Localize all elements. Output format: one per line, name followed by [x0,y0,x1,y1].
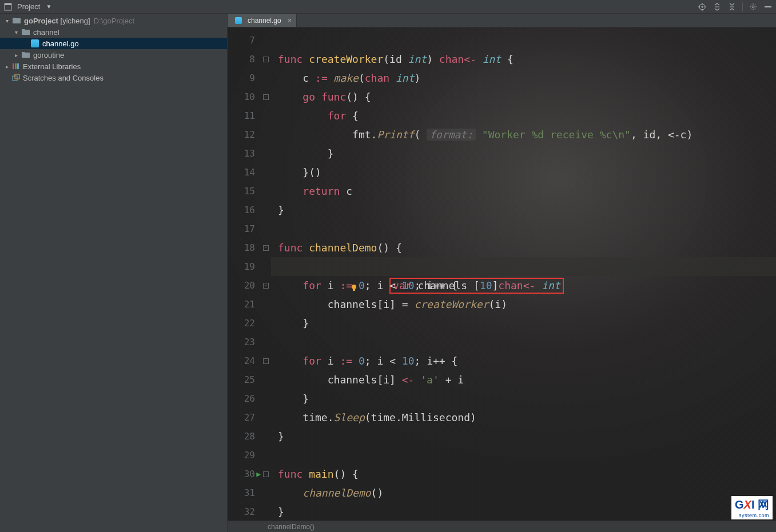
svg-rect-13 [17,63,19,69]
folder-icon [12,16,21,25]
intention-bulb-icon[interactable] [250,261,260,270]
editor-area: channel.go × 7 8 9 10 11 12 13 14 [228,14,776,532]
external-libs-label: External Libraries [23,62,81,71]
watermark-logo: GXI 网 system.com [731,496,773,519]
minimize-icon[interactable] [763,2,773,11]
project-name: goProject [yicheng] [24,17,90,25]
project-icon [3,2,13,11]
close-icon[interactable]: × [288,16,292,25]
chevron-down-icon[interactable]: ▾ [3,18,10,24]
folder-label: channel [33,28,59,37]
editor-tabbar: channel.go × [228,14,776,27]
fold-column: − − − − − − [261,27,271,532]
svg-point-3 [702,6,703,7]
tree-scratches[interactable]: Scratches and Consoles [0,72,227,83]
dropdown-icon[interactable]: ▼ [46,3,51,10]
tab-channel-go[interactable]: channel.go × [228,14,297,27]
chevron-down-icon[interactable]: ▾ [13,29,19,35]
folder-icon [21,27,30,37]
tree-goroutine-folder[interactable]: ▸ goroutine [0,49,227,61]
collapse-all-icon[interactable] [727,2,737,11]
scratches-label: Scratches and Consoles [23,74,104,82]
expand-all-icon[interactable] [713,2,722,11]
project-sidebar: ▾ goProject [yicheng] D:\goProject ▾ cha… [0,14,228,532]
code-content[interactable]: func createWorker(id int) chan<- int { c… [271,27,776,532]
highlighted-line: var channels [10]chan<- int [271,257,776,276]
fold-icon[interactable]: − [263,471,269,477]
locate-icon[interactable] [698,2,707,11]
go-file-icon [30,39,39,48]
fold-icon[interactable]: − [263,358,269,364]
tree-channel-folder[interactable]: ▾ channel [0,26,227,38]
separator [742,2,743,11]
panel-title: Project [17,2,40,11]
go-file-icon [234,16,243,25]
fold-icon[interactable]: − [263,94,269,100]
tree-external-libraries[interactable]: ▸ External Libraries [0,61,227,72]
folder-label: goroutine [33,51,64,59]
svg-point-10 [752,6,754,8]
folder-icon [21,50,30,59]
top-toolbar: Project ▼ [0,0,776,14]
chevron-right-icon[interactable]: ▸ [13,52,19,58]
svg-rect-12 [15,63,17,69]
tree-file-channel-go[interactable]: channel.go [0,38,227,49]
svg-rect-11 [13,63,14,69]
tree-root[interactable]: ▾ goProject [yicheng] D:\goProject [0,15,227,26]
run-gutter-icon[interactable]: ▶ [255,465,261,483]
library-icon [12,62,20,70]
tab-label: channel.go [248,17,281,25]
chevron-right-icon[interactable]: ▸ [3,63,10,70]
editor-body[interactable]: 7 8 9 10 11 12 13 14 15 16 17 18 19 20 [228,27,776,532]
file-label: channel.go [42,39,79,48]
fold-icon[interactable]: − [263,245,269,251]
scratches-icon [12,74,20,82]
fold-icon[interactable]: − [263,57,269,62]
project-path: D:\goProject [94,17,135,25]
gear-icon[interactable] [749,2,758,11]
svg-rect-1 [5,3,11,5]
